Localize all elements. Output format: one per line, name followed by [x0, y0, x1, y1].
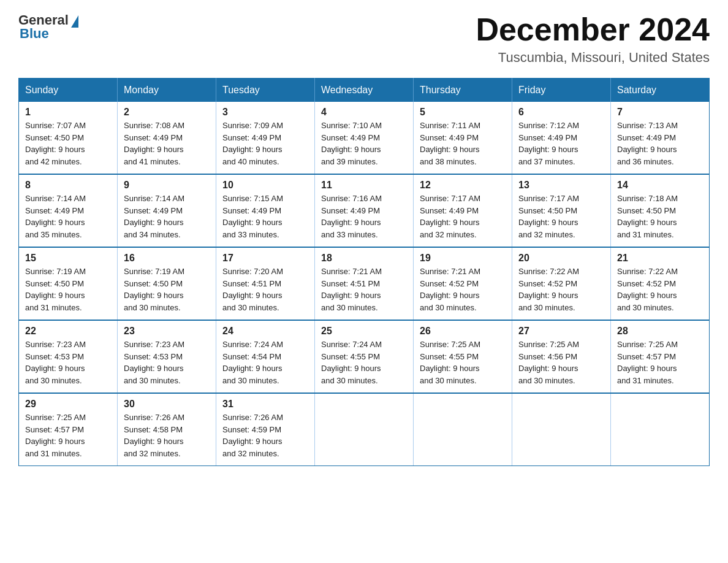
day-info: Sunrise: 7:23 AMSunset: 4:53 PMDaylight:…: [25, 340, 86, 385]
day-info: Sunrise: 7:25 AMSunset: 4:56 PMDaylight:…: [518, 340, 579, 385]
day-info: Sunrise: 7:19 AMSunset: 4:50 PMDaylight:…: [25, 267, 86, 312]
calendar-cell: 14 Sunrise: 7:18 AMSunset: 4:50 PMDaylig…: [611, 174, 710, 247]
calendar-week-row: 8 Sunrise: 7:14 AMSunset: 4:49 PMDayligh…: [19, 174, 710, 247]
calendar-cell: 25 Sunrise: 7:24 AMSunset: 4:55 PMDaylig…: [315, 320, 414, 393]
day-number: 6: [518, 107, 604, 118]
calendar-cell: 21 Sunrise: 7:22 AMSunset: 4:52 PMDaylig…: [611, 247, 710, 320]
logo-blue-text: Blue: [18, 26, 49, 42]
day-number: 17: [222, 253, 308, 264]
day-info: Sunrise: 7:14 AMSunset: 4:49 PMDaylight:…: [124, 194, 184, 239]
day-number: 28: [617, 326, 703, 337]
weekday-header-saturday: Saturday: [611, 79, 710, 102]
weekday-header-sunday: Sunday: [19, 79, 118, 102]
month-title: December 2024: [476, 12, 710, 47]
day-number: 19: [420, 253, 506, 264]
calendar-cell: 11 Sunrise: 7:16 AMSunset: 4:49 PMDaylig…: [315, 174, 414, 247]
day-number: 16: [124, 253, 210, 264]
day-info: Sunrise: 7:26 AMSunset: 4:58 PMDaylight:…: [124, 413, 184, 458]
calendar-cell: 23 Sunrise: 7:23 AMSunset: 4:53 PMDaylig…: [118, 320, 216, 393]
calendar-week-row: 1 Sunrise: 7:07 AMSunset: 4:50 PMDayligh…: [19, 102, 710, 174]
calendar-cell: 9 Sunrise: 7:14 AMSunset: 4:49 PMDayligh…: [118, 174, 216, 247]
calendar-cell: 22 Sunrise: 7:23 AMSunset: 4:53 PMDaylig…: [19, 320, 118, 393]
day-info: Sunrise: 7:16 AMSunset: 4:49 PMDaylight:…: [321, 194, 382, 239]
day-info: Sunrise: 7:26 AMSunset: 4:59 PMDaylight:…: [222, 413, 283, 458]
logo: General Blue: [18, 12, 78, 42]
day-info: Sunrise: 7:15 AMSunset: 4:49 PMDaylight:…: [222, 194, 283, 239]
calendar-cell: 28 Sunrise: 7:25 AMSunset: 4:57 PMDaylig…: [611, 320, 710, 393]
day-number: 31: [222, 399, 308, 410]
day-info: Sunrise: 7:20 AMSunset: 4:51 PMDaylight:…: [222, 267, 283, 312]
weekday-header-tuesday: Tuesday: [216, 79, 315, 102]
calendar-week-row: 15 Sunrise: 7:19 AMSunset: 4:50 PMDaylig…: [19, 247, 710, 320]
day-number: 25: [321, 326, 407, 337]
calendar-cell: 15 Sunrise: 7:19 AMSunset: 4:50 PMDaylig…: [19, 247, 118, 320]
calendar-cell: 2 Sunrise: 7:08 AMSunset: 4:49 PMDayligh…: [118, 102, 216, 174]
calendar-body: 1 Sunrise: 7:07 AMSunset: 4:50 PMDayligh…: [19, 102, 710, 466]
day-number: 3: [222, 107, 308, 118]
day-number: 12: [420, 180, 506, 191]
calendar-cell: 24 Sunrise: 7:24 AMSunset: 4:54 PMDaylig…: [216, 320, 315, 393]
day-info: Sunrise: 7:17 AMSunset: 4:49 PMDaylight:…: [420, 194, 480, 239]
calendar-cell: 13 Sunrise: 7:17 AMSunset: 4:50 PMDaylig…: [512, 174, 611, 247]
calendar-cell: 20 Sunrise: 7:22 AMSunset: 4:52 PMDaylig…: [512, 247, 611, 320]
day-number: 15: [25, 253, 111, 264]
day-info: Sunrise: 7:25 AMSunset: 4:57 PMDaylight:…: [617, 340, 678, 385]
day-info: Sunrise: 7:07 AMSunset: 4:50 PMDaylight:…: [25, 121, 86, 166]
day-number: 2: [124, 107, 210, 118]
weekday-header-row: SundayMondayTuesdayWednesdayThursdayFrid…: [19, 79, 710, 102]
day-number: 4: [321, 107, 407, 118]
calendar-cell: 10 Sunrise: 7:15 AMSunset: 4:49 PMDaylig…: [216, 174, 315, 247]
day-info: Sunrise: 7:11 AMSunset: 4:49 PMDaylight:…: [420, 121, 480, 166]
calendar-header: SundayMondayTuesdayWednesdayThursdayFrid…: [19, 79, 710, 102]
day-number: 5: [420, 107, 506, 118]
calendar-cell: [315, 393, 414, 466]
day-info: Sunrise: 7:19 AMSunset: 4:50 PMDaylight:…: [124, 267, 184, 312]
calendar-cell: 26 Sunrise: 7:25 AMSunset: 4:55 PMDaylig…: [414, 320, 512, 393]
calendar-cell: 3 Sunrise: 7:09 AMSunset: 4:49 PMDayligh…: [216, 102, 315, 174]
calendar-cell: 31 Sunrise: 7:26 AMSunset: 4:59 PMDaylig…: [216, 393, 315, 466]
day-info: Sunrise: 7:09 AMSunset: 4:49 PMDaylight:…: [222, 121, 283, 166]
day-info: Sunrise: 7:21 AMSunset: 4:51 PMDaylight:…: [321, 267, 382, 312]
calendar-cell: 19 Sunrise: 7:21 AMSunset: 4:52 PMDaylig…: [414, 247, 512, 320]
day-info: Sunrise: 7:08 AMSunset: 4:49 PMDaylight:…: [124, 121, 184, 166]
day-number: 8: [25, 180, 111, 191]
day-number: 20: [518, 253, 604, 264]
day-info: Sunrise: 7:10 AMSunset: 4:49 PMDaylight:…: [321, 121, 382, 166]
day-number: 11: [321, 180, 407, 191]
day-info: Sunrise: 7:17 AMSunset: 4:50 PMDaylight:…: [518, 194, 579, 239]
title-section: December 2024 Tuscumbia, Missouri, Unite…: [476, 12, 710, 66]
calendar-cell: 29 Sunrise: 7:25 AMSunset: 4:57 PMDaylig…: [19, 393, 118, 466]
calendar-cell: 16 Sunrise: 7:19 AMSunset: 4:50 PMDaylig…: [118, 247, 216, 320]
day-info: Sunrise: 7:18 AMSunset: 4:50 PMDaylight:…: [617, 194, 678, 239]
calendar-cell: [512, 393, 611, 466]
day-number: 14: [617, 180, 703, 191]
calendar-cell: 27 Sunrise: 7:25 AMSunset: 4:56 PMDaylig…: [512, 320, 611, 393]
calendar-cell: [611, 393, 710, 466]
weekday-header-wednesday: Wednesday: [315, 79, 414, 102]
weekday-header-friday: Friday: [512, 79, 611, 102]
weekday-header-thursday: Thursday: [414, 79, 512, 102]
day-info: Sunrise: 7:25 AMSunset: 4:57 PMDaylight:…: [25, 413, 86, 458]
page-header: General Blue December 2024 Tuscumbia, Mi…: [18, 12, 710, 66]
day-info: Sunrise: 7:13 AMSunset: 4:49 PMDaylight:…: [617, 121, 678, 166]
day-number: 18: [321, 253, 407, 264]
calendar-table: SundayMondayTuesdayWednesdayThursdayFrid…: [18, 78, 710, 466]
day-info: Sunrise: 7:21 AMSunset: 4:52 PMDaylight:…: [420, 267, 480, 312]
day-number: 24: [222, 326, 308, 337]
day-info: Sunrise: 7:25 AMSunset: 4:55 PMDaylight:…: [420, 340, 480, 385]
logo-triangle-icon: [71, 15, 78, 28]
calendar-cell: 18 Sunrise: 7:21 AMSunset: 4:51 PMDaylig…: [315, 247, 414, 320]
day-number: 9: [124, 180, 210, 191]
calendar-cell: 30 Sunrise: 7:26 AMSunset: 4:58 PMDaylig…: [118, 393, 216, 466]
day-number: 27: [518, 326, 604, 337]
calendar-cell: 8 Sunrise: 7:14 AMSunset: 4:49 PMDayligh…: [19, 174, 118, 247]
weekday-header-monday: Monday: [118, 79, 216, 102]
day-number: 13: [518, 180, 604, 191]
day-number: 22: [25, 326, 111, 337]
calendar-cell: 4 Sunrise: 7:10 AMSunset: 4:49 PMDayligh…: [315, 102, 414, 174]
calendar-cell: 7 Sunrise: 7:13 AMSunset: 4:49 PMDayligh…: [611, 102, 710, 174]
day-info: Sunrise: 7:23 AMSunset: 4:53 PMDaylight:…: [124, 340, 184, 385]
day-info: Sunrise: 7:22 AMSunset: 4:52 PMDaylight:…: [518, 267, 579, 312]
day-number: 26: [420, 326, 506, 337]
calendar-week-row: 22 Sunrise: 7:23 AMSunset: 4:53 PMDaylig…: [19, 320, 710, 393]
